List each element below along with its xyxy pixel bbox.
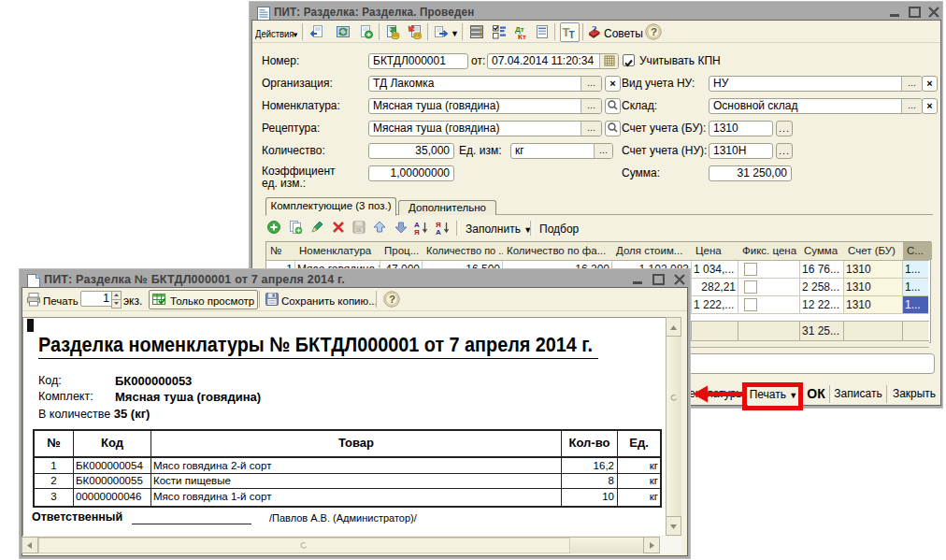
svg-text:?: ? xyxy=(389,294,395,305)
svg-text:T: T xyxy=(569,30,575,40)
svg-text:?: ? xyxy=(651,26,657,37)
svg-text:Кт: Кт xyxy=(518,33,526,40)
svg-text:?: ? xyxy=(592,24,597,35)
svg-text:ОК: ОК xyxy=(356,228,363,233)
svg-text:Я: Я xyxy=(414,228,420,236)
svg-text:А: А xyxy=(436,228,441,236)
